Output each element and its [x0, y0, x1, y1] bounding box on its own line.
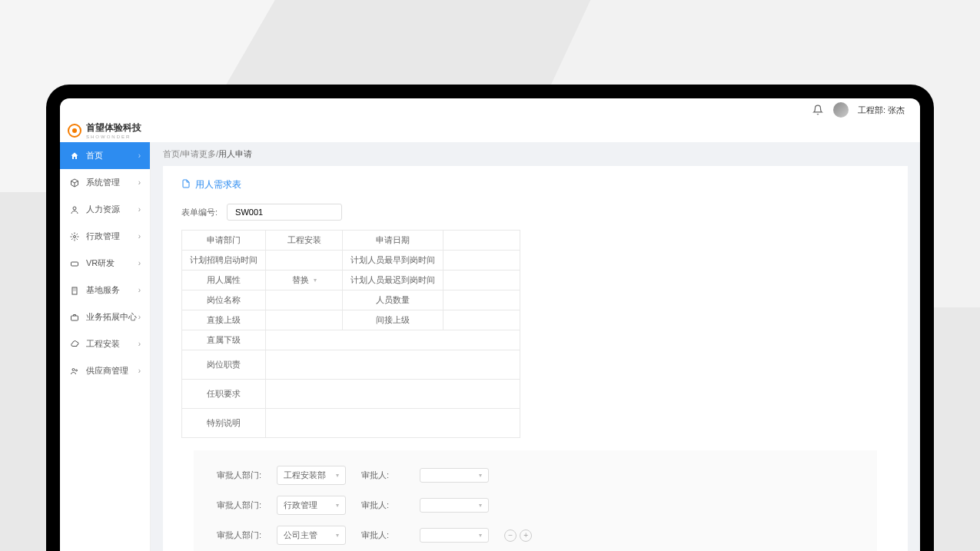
brand-sub: SHOWONDER	[86, 134, 141, 139]
chevron-right-icon: ›	[138, 232, 141, 241]
cell-duty-value[interactable]	[266, 350, 520, 380]
sidebar-item-label: 供应商管理	[86, 365, 128, 377]
svg-rect-2	[71, 262, 78, 266]
cell-attr-label: 用人属性	[182, 271, 266, 290]
approval-dept-select[interactable]: 公司主管▾	[277, 526, 346, 545]
cell-earliest-value[interactable]	[443, 251, 520, 271]
cell-requirement-value[interactable]	[266, 380, 520, 409]
sidebar-item-system[interactable]: 系统管理 ›	[60, 169, 150, 196]
logo: 首望体验科技 SHOWONDER	[60, 121, 920, 142]
cell-latest-label: 计划人员最迟到岗时间	[343, 271, 443, 290]
approval-dept-select[interactable]: 工程安装部▾	[277, 466, 346, 485]
app-screen: 工程部: 张杰 首望体验科技 SHOWONDER 首页 › 系统管理 ›	[60, 98, 920, 551]
cell-apply-dept-label: 申请部门	[182, 231, 266, 251]
sidebar-item-label: 系统管理	[86, 177, 120, 188]
cell-recruit-start-value[interactable]	[266, 251, 343, 271]
caret-down-icon: ▾	[479, 532, 482, 539]
main-content: 首页/申请更多/用人申请 用人需求表 表单编号: 申请部门 工程安	[151, 142, 920, 551]
chevron-right-icon: ›	[138, 367, 141, 375]
cell-indirect-sup-value[interactable]	[443, 310, 520, 330]
cell-requirement-label: 任职要求	[182, 380, 266, 409]
cloud-icon	[69, 339, 80, 350]
approval-person-select[interactable]: ▾	[420, 468, 489, 483]
sidebar-item-label: 人力资源	[86, 204, 120, 215]
requirements-table: 申请部门 工程安装 申请日期 计划招聘启动时间 计划人员最早到岗时间	[181, 230, 520, 438]
vr-icon	[69, 258, 80, 269]
device-frame: 工程部: 张杰 首望体验科技 SHOWONDER 首页 › 系统管理 ›	[46, 85, 934, 551]
cell-note-value[interactable]	[266, 409, 520, 438]
form-panel: 用人需求表 表单编号: 申请部门 工程安装 申请日期	[163, 166, 908, 551]
cell-latest-value[interactable]	[443, 271, 520, 290]
cell-subordinate-value[interactable]	[266, 330, 520, 350]
cell-apply-dept-value: 工程安装	[266, 231, 343, 251]
approval-dept-label: 审批人部门:	[217, 500, 261, 511]
avatar[interactable]	[833, 102, 849, 118]
building-icon	[69, 285, 80, 296]
chevron-right-icon: ›	[138, 286, 141, 294]
cell-apply-date-value[interactable]	[443, 231, 520, 251]
briefcase-icon	[69, 312, 80, 323]
brand-name: 首望体验科技	[86, 121, 141, 134]
approval-person-label: 审批人:	[361, 470, 404, 481]
cell-indirect-sup-label: 间接上级	[343, 310, 443, 330]
form-no-label: 表单编号:	[181, 207, 218, 218]
approval-person-select[interactable]: ▾	[420, 528, 489, 543]
approval-person-label: 审批人:	[361, 500, 404, 511]
caret-down-icon: ▾	[336, 472, 339, 479]
home-icon	[69, 151, 80, 161]
sidebar: 首页 › 系统管理 › 人力资源 › 行政管理 ›	[60, 142, 151, 551]
topbar: 工程部: 张杰	[60, 98, 920, 121]
cell-recruit-start-label: 计划招聘启动时间	[182, 251, 266, 271]
svg-point-6	[76, 370, 78, 371]
cell-direct-sup-label: 直接上级	[182, 310, 266, 330]
gear-icon	[69, 231, 80, 242]
caret-down-icon: ▾	[479, 472, 482, 479]
form-no-input[interactable]	[227, 204, 342, 221]
caret-down-icon: ▾	[336, 502, 339, 509]
cell-duty-label: 岗位职责	[182, 350, 266, 380]
cell-subordinate-label: 直属下级	[182, 330, 266, 350]
users-icon	[69, 366, 80, 377]
sidebar-item-base[interactable]: 基地服务 ›	[60, 277, 150, 304]
svg-rect-4	[71, 316, 78, 320]
user-label: 工程部: 张杰	[858, 105, 905, 116]
user-icon	[69, 204, 80, 215]
approval-dept-label: 审批人部门:	[217, 529, 261, 541]
sidebar-item-label: 工程安装	[86, 338, 120, 350]
breadcrumb-current: 用人申请	[218, 149, 252, 158]
sidebar-item-supplier[interactable]: 供应商管理 ›	[60, 357, 150, 384]
approval-person-select[interactable]: ▾	[420, 498, 489, 513]
sidebar-item-engineering[interactable]: 工程安装 ›	[60, 330, 150, 357]
document-icon	[181, 179, 191, 191]
cell-attr-select[interactable]: 替换▾	[266, 271, 343, 290]
cell-position-value[interactable]	[266, 290, 343, 310]
remove-row-icon[interactable]: −	[504, 529, 517, 542]
breadcrumb-home[interactable]: 首页	[163, 149, 180, 158]
sidebar-item-label: 业务拓展中心	[86, 311, 137, 323]
svg-point-1	[74, 235, 76, 237]
approval-panel: 审批人部门: 工程安装部▾ 审批人: ▾ 审批人部门: 行政管理▾ 审批人: ▾	[194, 450, 877, 551]
chevron-right-icon: ›	[138, 313, 141, 321]
sidebar-item-label: 首页	[86, 150, 103, 161]
breadcrumb-more[interactable]: 申请更多	[182, 149, 216, 158]
approval-row: 审批人部门: 工程安装部▾ 审批人: ▾	[217, 466, 854, 485]
sidebar-item-admin[interactable]: 行政管理 ›	[60, 223, 150, 250]
chevron-right-icon: ›	[138, 340, 141, 348]
sidebar-item-home[interactable]: 首页 ›	[60, 142, 150, 169]
svg-rect-3	[72, 287, 77, 294]
chevron-right-icon: ›	[138, 151, 141, 160]
sidebar-item-biz[interactable]: 业务拓展中心 ›	[60, 304, 150, 330]
sidebar-item-hr[interactable]: 人力资源 ›	[60, 196, 150, 223]
sidebar-item-label: 行政管理	[86, 231, 120, 242]
approval-dept-select[interactable]: 行政管理▾	[277, 496, 346, 515]
cell-note-label: 特别说明	[182, 409, 266, 438]
chevron-right-icon: ›	[138, 259, 141, 267]
cell-direct-sup-value[interactable]	[266, 310, 343, 330]
notification-icon[interactable]	[812, 104, 824, 116]
cell-count-value[interactable]	[443, 290, 520, 310]
approval-person-label: 审批人:	[361, 529, 404, 541]
sidebar-item-vr[interactable]: VR研发 ›	[60, 250, 150, 277]
caret-down-icon: ▾	[314, 277, 317, 284]
cell-position-label: 岗位名称	[182, 290, 266, 310]
add-row-icon[interactable]: +	[520, 529, 532, 542]
